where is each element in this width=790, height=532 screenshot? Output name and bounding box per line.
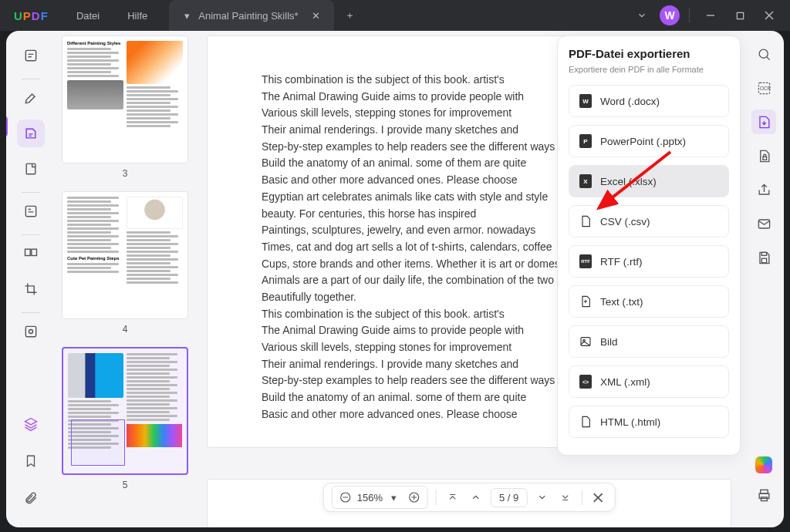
- svg-line-26: [766, 56, 769, 59]
- workspace: Different Painting Styles 3 Cute Pet Pai…: [6, 31, 784, 527]
- close-zoombar-button[interactable]: [589, 489, 606, 506]
- svg-rect-32: [761, 258, 766, 263]
- selection-overlay: [71, 419, 125, 466]
- zoom-dropdown-icon[interactable]: ▾: [386, 489, 403, 506]
- close-tab-icon[interactable]: ✕: [309, 8, 323, 22]
- thumb-illustration: [127, 41, 183, 84]
- thumbnails-panel: Different Painting Styles 3 Cute Pet Pai…: [56, 31, 194, 527]
- protect-icon[interactable]: [751, 143, 776, 168]
- search-icon[interactable]: [751, 42, 776, 66]
- print-icon[interactable]: [751, 483, 776, 507]
- rail-tools-icon[interactable]: [17, 318, 45, 345]
- next-page-button[interactable]: [533, 489, 550, 506]
- theme-icon[interactable]: [755, 456, 772, 473]
- right-rail: OCR: [744, 31, 784, 527]
- zoom-level: 156%: [357, 492, 383, 503]
- rail-bookmark-icon[interactable]: [17, 447, 45, 475]
- left-rail: [6, 31, 56, 527]
- rail-attachment-icon[interactable]: [17, 484, 45, 512]
- share-icon[interactable]: [751, 177, 776, 202]
- add-tab-button[interactable]: ＋: [339, 4, 362, 27]
- thumb-number: 5: [62, 480, 188, 490]
- html-icon: [579, 415, 592, 429]
- excel-icon: X: [579, 174, 592, 188]
- svg-rect-31: [761, 252, 766, 255]
- thumb-photo: [67, 80, 123, 109]
- doc-line: Egyptian art celebrates animals like cat…: [262, 526, 473, 527]
- export-text[interactable]: Text (.txt): [569, 285, 729, 318]
- email-icon[interactable]: [751, 211, 776, 236]
- rail-layers-icon[interactable]: [17, 410, 45, 438]
- export-xml[interactable]: <>XML (.xml): [569, 365, 729, 398]
- app-logo: UPDF: [0, 9, 62, 22]
- doc-line: Egyptian art celebrates animals like cat…: [496, 526, 707, 527]
- rail-form-icon[interactable]: [17, 197, 45, 225]
- rail-page-icon[interactable]: [17, 155, 45, 183]
- export-subtitle: Exportiere dein PDF in alle Formate: [569, 65, 729, 74]
- export-image[interactable]: Bild: [569, 325, 729, 358]
- user-avatar[interactable]: W: [660, 5, 680, 25]
- close-window-button[interactable]: [758, 4, 781, 27]
- minimize-button[interactable]: [699, 4, 722, 27]
- svg-rect-1: [737, 12, 743, 19]
- ocr-icon[interactable]: OCR: [751, 76, 776, 100]
- menu-file[interactable]: Datei: [62, 0, 113, 31]
- xml-icon: <>: [579, 375, 592, 389]
- tab-dropdown-icon[interactable]: ▾: [180, 8, 194, 22]
- ppt-icon: P: [579, 134, 592, 148]
- divider: [689, 8, 690, 22]
- zoom-in-button[interactable]: [406, 489, 423, 506]
- prev-page-button[interactable]: [468, 489, 484, 506]
- save-icon[interactable]: [751, 245, 776, 270]
- thumbnail-page-5[interactable]: [62, 347, 188, 475]
- svg-rect-4: [25, 50, 35, 60]
- svg-rect-6: [25, 206, 35, 216]
- thumbnail-page-4[interactable]: Cute Pet Painting Steps: [62, 191, 188, 319]
- thumb-number: 4: [62, 324, 188, 335]
- titlebar: UPDF Datei Hilfe ▾ Animal Painting Skill…: [0, 0, 790, 31]
- export-powerpoint[interactable]: PPowerPoint (.pptx): [569, 125, 729, 157]
- rail-organize-icon[interactable]: [17, 240, 45, 268]
- maximize-button[interactable]: [728, 4, 751, 27]
- thumb-number: 3: [62, 168, 188, 179]
- svg-rect-7: [25, 249, 31, 255]
- svg-point-25: [759, 49, 768, 58]
- csv-icon: [579, 214, 592, 228]
- txt-icon: [579, 295, 592, 308]
- first-page-button[interactable]: [444, 489, 461, 506]
- export-panel: PDF-Datei exportieren Exportiere dein PD…: [557, 35, 741, 456]
- rtf-icon: RTF: [579, 254, 592, 268]
- svg-rect-35: [761, 497, 767, 500]
- rail-crop-icon[interactable]: [17, 275, 45, 303]
- rail-edit-icon[interactable]: [17, 120, 45, 147]
- svg-rect-33: [760, 490, 768, 493]
- last-page-button[interactable]: [556, 489, 573, 506]
- titlebar-dropdown-icon[interactable]: [630, 4, 653, 27]
- export-rtf[interactable]: RTFRTF (.rtf): [569, 245, 729, 278]
- export-excel[interactable]: XExcel (.xlsx): [569, 165, 729, 197]
- svg-rect-9: [25, 326, 35, 336]
- svg-rect-29: [762, 157, 766, 160]
- thumb-sculpture-photo: [68, 353, 123, 398]
- svg-text:OCR: OCR: [759, 85, 770, 90]
- rail-highlighter-icon[interactable]: [17, 84, 45, 112]
- rail-read-icon[interactable]: [17, 42, 45, 69]
- export-icon[interactable]: [751, 109, 776, 134]
- thumb-pencils: [127, 424, 182, 447]
- thumb-dog-photo: [127, 197, 183, 229]
- zoom-out-button[interactable]: [337, 489, 354, 506]
- page-indicator[interactable]: 5 / 9: [491, 488, 527, 507]
- svg-rect-5: [26, 163, 35, 173]
- tab-title: Animal Painting Skills*: [198, 10, 298, 22]
- document-tab[interactable]: ▾ Animal Painting Skills* ✕: [169, 0, 333, 31]
- export-word[interactable]: WWord (.docx): [569, 85, 729, 117]
- thumbnail-page-3[interactable]: Different Painting Styles: [62, 35, 188, 163]
- export-html[interactable]: HTML (.html): [569, 406, 729, 438]
- svg-rect-8: [32, 249, 37, 255]
- export-csv[interactable]: CSV (.csv): [569, 205, 729, 237]
- image-file-icon: [579, 335, 592, 348]
- menu-help[interactable]: Hilfe: [113, 0, 161, 31]
- svg-point-10: [29, 330, 33, 334]
- zoom-bar: 156% ▾ 5 / 9: [323, 483, 616, 512]
- word-icon: W: [579, 94, 592, 108]
